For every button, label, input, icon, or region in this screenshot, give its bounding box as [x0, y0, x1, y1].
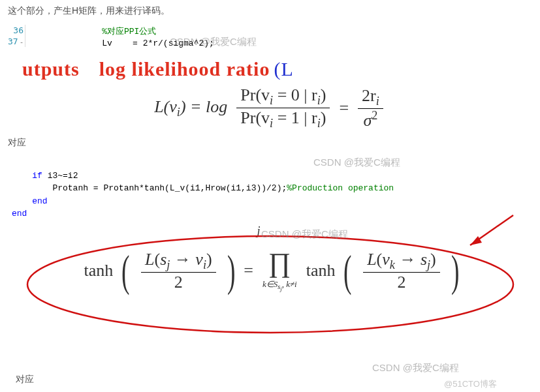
code-lines: %对应PPI公式 Lv = 2*r/(sigma^2); — [31, 25, 214, 49]
fold-icon: - — [20, 38, 24, 46]
code-line: end — [12, 209, 27, 219]
code-line: end — [12, 196, 48, 206]
code-block-1: 36 37- %对应PPI公式 Lv = 2*r/(sigma^2); — [8, 25, 540, 49]
code-line: %对应PPI公式 — [31, 25, 214, 38]
intro-text: 这个部分，产生H矩阵，用来进行译码。 — [0, 0, 540, 22]
line-number: 36 — [8, 25, 24, 36]
red-word-1: utputs — [22, 58, 80, 80]
watermark-51cto: @51CTO博客 — [444, 378, 497, 390]
code-line: if i3~=i2 — [12, 171, 78, 181]
red-word-2: log likelihood ratio(L — [99, 58, 294, 80]
fraction-pr: Pr(vi = 0 | ri) Pr(vi = 1 | ri) — [236, 85, 330, 130]
formula-llr: L(vi) = log Pr(vi = 0 | ri) Pr(vi = 1 | … — [0, 85, 540, 130]
code-line: Protanh = Protanh*tanh(L_v(i1,Hrow(i1,i3… — [12, 183, 394, 193]
code-line: Lv = 2*r/(sigma^2); — [31, 38, 214, 49]
line-number-column: 36 37- — [8, 25, 25, 47]
fraction-2r-sigma: 2ri σ2 — [358, 86, 383, 130]
product-symbol: ∏ k∈Ssj, k≠i — [262, 249, 297, 293]
label-duiying-1: 对应 — [0, 133, 540, 153]
formula-tanh-product: tanh ( L(sj → vi) 2 ) = ∏ k∈Ssj, k≠i tan… — [45, 249, 502, 293]
label-duiying-2: 对应 — [8, 370, 42, 389]
cropped-heading: utputs log likelihood ratio(L — [22, 58, 540, 80]
line-number: 37- — [8, 36, 24, 47]
watermark-csdn: CSDN @我爱C编程 — [372, 362, 459, 374]
circled-formula-region: j tanh ( L(sj → vi) 2 ) = ∏ k∈Ssj, k≠i t… — [22, 232, 518, 337]
